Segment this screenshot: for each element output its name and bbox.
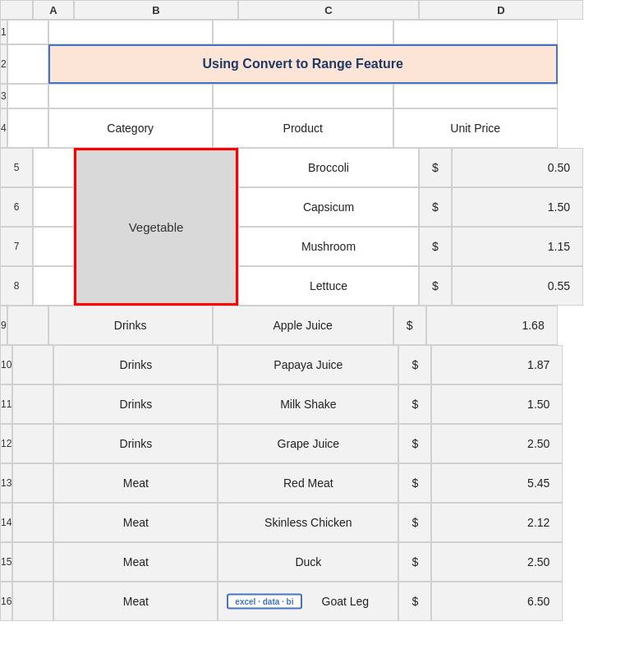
cell-6d-currency: $: [419, 187, 452, 227]
cell-13c: Red Meat: [218, 463, 398, 503]
header-product: Product: [213, 108, 393, 148]
row-num-13: 13: [0, 463, 12, 503]
title-cell: Using Convert to Range Feature: [48, 44, 558, 84]
cell-1c: [213, 20, 393, 44]
row-3: 3: [0, 84, 630, 108]
cell-16d-amount: 6.50: [431, 582, 563, 621]
cell-16b: Meat: [53, 582, 218, 621]
cell-7d-amount: 1.15: [452, 227, 583, 266]
cell-3b: [48, 84, 213, 108]
cell-1d: [393, 20, 558, 44]
cell-8c: Lettuce: [238, 266, 419, 306]
veg-row-6: Capsicum $ 1.50: [238, 187, 583, 227]
cell-11b: Drinks: [53, 384, 218, 424]
cell-13b: Meat: [53, 463, 218, 503]
cell-16d-currency: $: [398, 582, 431, 621]
cell-11a: [12, 384, 53, 424]
col-header-c: C: [238, 0, 419, 20]
row-num-3: 3: [0, 84, 7, 108]
row-num-14: 14: [0, 503, 12, 542]
watermark-overlay: excel · data · bi: [227, 594, 301, 610]
row-12: 12 Drinks Grape Juice $ 2.50: [0, 424, 630, 463]
cell-12c: Grape Juice: [218, 424, 398, 463]
veg-row-5: Broccoli $ 0.50: [238, 148, 583, 187]
cell-15b: Meat: [53, 542, 218, 582]
cell-14d-amount: 2.12: [431, 503, 563, 542]
row-14: 14 Meat Skinless Chicken $ 2.12: [0, 503, 630, 542]
row-16: 16 Meat excel · data · bi Goat Leg $ 6.5…: [0, 582, 630, 621]
cell-2a: [7, 44, 48, 84]
column-headers: A B C D: [0, 0, 630, 20]
cell-12d-currency: $: [398, 424, 431, 463]
cell-9a: [7, 306, 48, 345]
row-num-1: 1: [0, 20, 7, 44]
cell-13d-currency: $: [398, 463, 431, 503]
cell-12d-amount: 2.50: [431, 424, 563, 463]
veg-row-8: Lettuce $ 0.55: [238, 266, 583, 306]
row-11: 11 Drinks Milk Shake $ 1.50: [0, 384, 630, 424]
cell-3d: [393, 84, 558, 108]
cell-13a: [12, 463, 53, 503]
cell-14a: [12, 503, 53, 542]
row-num-7: 7: [0, 227, 33, 266]
row-num-2: 2: [0, 44, 7, 84]
cell-3c: [213, 84, 393, 108]
cell-9d-currency: $: [393, 306, 426, 345]
cell-5a: [33, 148, 74, 187]
row-2: 2 Using Convert to Range Feature: [0, 44, 630, 84]
cell-8d-amount: 0.55: [452, 266, 583, 306]
col-a-5-8: [33, 148, 74, 306]
cell-11c: Milk Shake: [218, 384, 398, 424]
cell-10d-currency: $: [398, 345, 431, 384]
cell-8a: [33, 266, 74, 306]
cell-6d-amount: 1.50: [452, 187, 583, 227]
cell-7c: Mushroom: [238, 227, 419, 266]
cell-6a: [33, 187, 74, 227]
row-num-5: 5: [0, 148, 33, 187]
row-1: 1: [0, 20, 630, 44]
cell-15a: [12, 542, 53, 582]
veg-row-7: Mushroom $ 1.15: [238, 227, 583, 266]
cell-11d-amount: 1.50: [431, 384, 563, 424]
row-4-headers: 4 Category Product Unit Price: [0, 108, 630, 148]
row-9: 9 Drinks Apple Juice $ 1.68: [0, 306, 630, 345]
cell-15c: Duck: [218, 542, 398, 582]
cell-7a: [33, 227, 74, 266]
cell-5c: Broccoli: [238, 148, 419, 187]
cell-12a: [12, 424, 53, 463]
cell-1b: [48, 20, 213, 44]
row-num-9: 9: [0, 306, 7, 345]
veg-products: Broccoli $ 0.50 Capsicum $ 1.50 Mushroom…: [238, 148, 583, 306]
row-num-8: 8: [0, 266, 33, 306]
cell-14c: Skinless Chicken: [218, 503, 398, 542]
row-num-4: 4: [0, 108, 7, 148]
row-nums-5-8: 5 6 7 8: [0, 148, 33, 306]
col-header-a: A: [33, 0, 74, 20]
cell-11d-currency: $: [398, 384, 431, 424]
col-header-b: B: [74, 0, 238, 20]
cell-6c: Capsicum: [238, 187, 419, 227]
cell-9d-amount: 1.68: [426, 306, 558, 345]
cell-8d-currency: $: [419, 266, 452, 306]
cell-15d-amount: 2.50: [431, 542, 563, 582]
cell-14b: Meat: [53, 503, 218, 542]
cell-5d-amount: 0.50: [452, 148, 583, 187]
col-header-d: D: [419, 0, 583, 20]
row-15: 15 Meat Duck $ 2.50: [0, 542, 630, 582]
cell-9c: Apple Juice: [213, 306, 393, 345]
cell-10c: Papaya Juice: [218, 345, 398, 384]
cell-10b: Drinks: [53, 345, 218, 384]
cell-9b: Drinks: [48, 306, 213, 345]
cell-12b: Drinks: [53, 424, 218, 463]
row-num-10: 10: [0, 345, 12, 384]
header-unit-price: Unit Price: [393, 108, 558, 148]
cell-14d-currency: $: [398, 503, 431, 542]
cell-13d-amount: 5.45: [431, 463, 563, 503]
row-13: 13 Meat Red Meat $ 5.45: [0, 463, 630, 503]
cell-4a: [7, 108, 48, 148]
cell-16a: [12, 582, 53, 621]
corner-cell: [0, 0, 33, 20]
header-category: Category: [48, 108, 213, 148]
row-num-12: 12: [0, 424, 12, 463]
spreadsheet: A B C D 1 2 Using Convert to Range Featu…: [0, 0, 630, 672]
